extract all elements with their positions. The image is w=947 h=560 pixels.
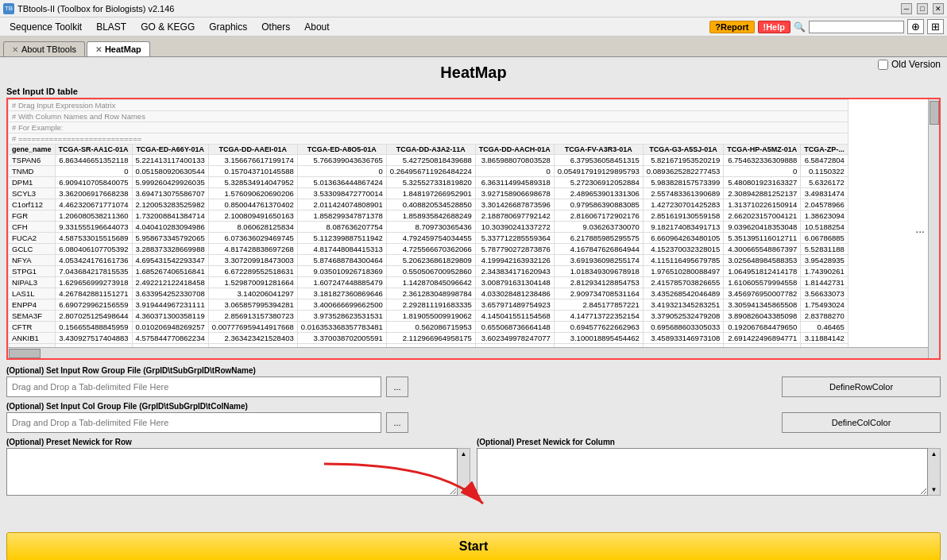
value-cell: 1.529870091281664 — [208, 277, 297, 288]
value-cell: 6.06786885 — [801, 233, 848, 244]
value-cell: 3.694713075586707 — [132, 188, 208, 199]
scrollbar-v-thumb[interactable] — [930, 101, 939, 125]
value-cell: 4.167847626864944 — [554, 244, 643, 255]
menu-others[interactable]: Others — [255, 20, 296, 34]
search-input[interactable] — [809, 21, 904, 33]
value-cell: 2.691422496894771 — [724, 333, 801, 344]
value-cell: 0.694577622662963 — [554, 322, 643, 333]
newick-row-textarea[interactable] — [6, 448, 458, 496]
value-cell: 2.856913157380723 — [208, 311, 297, 322]
value-cell: 1.142870845096642 — [386, 277, 475, 288]
value-cell: 2.120053283525982 — [132, 199, 208, 210]
value-cell: 2.343834171620943 — [475, 266, 554, 277]
col-tcga-dd-aae: TCGA-DD-AAEI-01A — [208, 145, 297, 155]
gene-name-cell: TSPAN6 — [9, 155, 56, 166]
table-horizontal-scrollbar[interactable] — [8, 347, 928, 358]
example-header: # For Example: — [9, 122, 848, 133]
col-gene-name: gene_name — [9, 145, 56, 155]
col-names-hint: # With Column Names and Row Names — [9, 111, 848, 122]
col-group-section: (Optional) Set Input Col Group File (Grp… — [6, 402, 941, 433]
value-cell: 3.458933146973108 — [643, 333, 723, 344]
newick-row-scroll-down[interactable]: ▼ — [458, 485, 470, 495]
tab-about-tbtools[interactable]: ✕ About TBtools — [3, 41, 85, 56]
value-cell: 4.147713722352154 — [554, 311, 643, 322]
tab-heatmap[interactable]: ✕ HeatMap — [87, 41, 150, 56]
minimize-button[interactable]: ─ — [901, 3, 912, 14]
expression-table: # Drag Input Expression Matrix # With Co… — [8, 99, 848, 355]
define-col-color-button[interactable]: DefineColColor — [782, 412, 941, 433]
value-cell: 4.115116495679785 — [643, 255, 723, 266]
col-group-browse-button[interactable]: ... — [386, 412, 408, 433]
newick-row-scroll-up[interactable]: ▲ — [458, 449, 470, 459]
value-cell: 5.112399887511942 — [297, 233, 386, 244]
define-row-color-button[interactable]: DefineRowColor — [782, 377, 941, 397]
value-cell: 5.874688784300464 — [297, 255, 386, 266]
value-cell: 2.112966964958175 — [386, 333, 475, 344]
newick-row-input-area: ▲ ▼ — [6, 448, 470, 496]
comment-row-drag: # Drag Input Expression Matrix — [9, 100, 848, 111]
value-cell: 2.363423421528403 — [208, 333, 297, 344]
value-cell: 4.817448084415313 — [297, 244, 386, 255]
value-cell: 3.305941345865508 — [724, 299, 801, 311]
value-cell: 6.754632336309888 — [724, 155, 801, 166]
menu-about[interactable]: About — [298, 20, 335, 34]
value-cell: 0.016353368357783481 — [297, 322, 386, 333]
table-vertical-scrollbar[interactable] — [928, 99, 939, 358]
menu-graphics[interactable]: Graphics — [203, 20, 253, 34]
value-cell: 2.100809491650163 — [208, 210, 297, 222]
value-cell: 4.199942163932126 — [475, 255, 554, 266]
gene-name-cell: LAS1L — [9, 288, 56, 299]
value-cell: 0.192067684479650 — [724, 322, 801, 333]
input-section-label: Set Input ID table — [6, 87, 941, 96]
gene-name-cell: ANKIB1 — [9, 333, 56, 344]
row-group-input[interactable] — [6, 377, 381, 397]
value-cell: 1.576090620690206 — [208, 188, 297, 199]
menu-go-kegg[interactable]: GO & KEGG — [134, 20, 201, 34]
row-group-browse-button[interactable]: ... — [386, 377, 408, 397]
gene-name-cell: CFTR — [9, 322, 56, 333]
value-cell: 6.690729962156559 — [55, 299, 132, 311]
value-cell: 3.691936098255174 — [554, 255, 643, 266]
divider: # ============================ — [9, 133, 848, 145]
menu-blast[interactable]: BLAST — [90, 20, 133, 34]
value-cell: 1.610605579994558 — [724, 277, 801, 288]
value-cell: 3.156676617199174 — [208, 155, 297, 166]
old-version-checkbox[interactable] — [878, 60, 888, 70]
tab-close-heatmap[interactable]: ✕ — [95, 45, 102, 54]
newick-col-textarea[interactable] — [477, 448, 928, 496]
newick-col-scroll-up[interactable]: ▲ — [928, 449, 940, 459]
search-extra-button[interactable]: ⊞ — [927, 19, 944, 34]
title-bar: TB TBtools-II (Toolbox for Biologists) v… — [0, 0, 947, 17]
report-button[interactable]: ?Report — [709, 21, 754, 33]
col-tcga-dd-a3a: TCGA-DD-A3A2-11A — [386, 145, 475, 155]
value-cell: 4.817428838697268 — [208, 244, 297, 255]
value-cell: 1.75493024 — [801, 299, 848, 311]
start-button[interactable]: Start — [6, 532, 941, 560]
close-button[interactable]: ✕ — [933, 3, 944, 14]
value-cell: 3.379052532479208 — [643, 311, 723, 322]
maximize-button[interactable]: □ — [917, 3, 928, 14]
col-tcga-sr: TCGA-SR-AA1C-01A — [55, 145, 132, 155]
comment-row-divider: # ============================ — [9, 133, 848, 145]
search-submit-button[interactable]: ⊕ — [907, 19, 924, 34]
newick-col-section: (Optional) Preset Newick for Column ▲ ▼ — [477, 438, 941, 496]
help-button[interactable]: !Help — [758, 21, 791, 33]
value-cell: 5.958673345792065 — [132, 233, 208, 244]
value-cell: 0.979586390883085 — [554, 199, 643, 210]
tab-close-about[interactable]: ✕ — [12, 45, 18, 54]
newick-col-scroll-down[interactable]: ▼ — [928, 485, 940, 495]
value-cell: 1.848197266952901 — [386, 188, 475, 199]
value-cell: 2.812934128854753 — [554, 277, 643, 288]
col-group-input[interactable] — [6, 412, 381, 433]
menu-sequence-toolkit[interactable]: Sequence Toolkit — [3, 20, 88, 34]
value-cell: 3.400666699662500 — [297, 299, 386, 311]
value-cell: 0.157043710145588 — [208, 166, 297, 177]
value-cell: 5.52831188 — [801, 244, 848, 255]
tab-bar: ✕ About TBtools ✕ HeatMap — [0, 37, 947, 57]
gene-name-cell: C1orf112 — [9, 199, 56, 210]
scrollbar-h-thumb[interactable] — [9, 349, 41, 358]
value-cell: 4.040410283094986 — [132, 222, 208, 233]
value-cell: 2.83788270 — [801, 311, 848, 322]
table-row: CFH9.3315551966440734.0404102830949868.0… — [9, 222, 848, 233]
value-cell: 0.010206948269257 — [132, 322, 208, 333]
